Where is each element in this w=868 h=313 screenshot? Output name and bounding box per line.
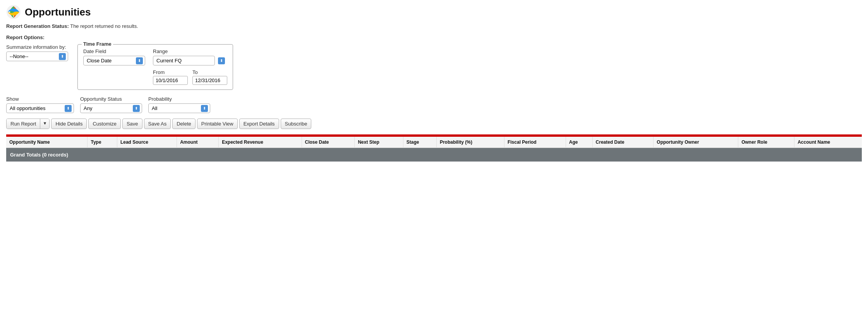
range-col: Range Current FQ Current FY Last FQ Cust… xyxy=(153,48,227,85)
report-options-label: Report Options: xyxy=(6,34,862,40)
customize-button[interactable]: Customize xyxy=(88,119,120,129)
run-report-label[interactable]: Run Report xyxy=(7,119,40,129)
col-age: Age xyxy=(566,136,592,148)
printable-view-button[interactable]: Printable View xyxy=(197,119,238,129)
col-type: Type xyxy=(87,136,117,148)
report-status-message: The report returned no results. xyxy=(70,23,138,29)
from-input[interactable] xyxy=(153,76,188,85)
show-select-wrapper: All opportunities My opportunities My te… xyxy=(6,103,74,113)
subscribe-button[interactable]: Subscribe xyxy=(281,119,312,129)
show-label: Show xyxy=(6,96,74,102)
save-as-button[interactable]: Save As xyxy=(144,119,171,129)
table-body: Grand Totals (0 records) xyxy=(6,148,862,162)
from-label: From xyxy=(153,69,188,75)
show-filter-group: Show All opportunities My opportunities … xyxy=(6,96,74,113)
summarize-section: Summarize information by: --None-- Oppor… xyxy=(6,44,68,61)
range-select[interactable]: Current FQ Current FY Last FQ Custom xyxy=(153,56,215,65)
status-filter-group: Opportunity Status Any Open Closed Won C… xyxy=(80,96,142,113)
save-button[interactable]: Save xyxy=(122,119,142,129)
probability-select[interactable]: All 0% 10% 20% 30% 40% 50% 60% 70% 80% 9… xyxy=(148,103,210,113)
show-select[interactable]: All opportunities My opportunities My te… xyxy=(6,103,74,113)
app-logo xyxy=(6,5,21,19)
timeframe-legend: Time Frame xyxy=(82,41,113,47)
toolbar: Run Report ▼ Hide Details Customize Save… xyxy=(6,119,862,129)
date-field-select[interactable]: Close Date Created Date Last Modified Da… xyxy=(83,56,145,65)
table-header: Opportunity Name Type Lead Source Amount… xyxy=(6,136,862,148)
col-opportunity-owner: Opportunity Owner xyxy=(654,136,738,148)
col-amount: Amount xyxy=(177,136,219,148)
date-field-select-wrapper: Close Date Created Date Last Modified Da… xyxy=(83,56,145,65)
report-status: Report Generation Status: The report ret… xyxy=(6,23,862,29)
range-label: Range xyxy=(153,48,227,54)
to-input[interactable] xyxy=(192,76,227,85)
col-created-date: Created Date xyxy=(592,136,654,148)
page-title: Opportunities xyxy=(25,6,91,18)
status-label: Opportunity Status xyxy=(80,96,142,102)
timeframe-box: Time Frame Date Field Close Date Created… xyxy=(77,44,233,90)
col-fiscal-period: Fiscal Period xyxy=(504,136,566,148)
from-item: From xyxy=(153,69,188,85)
col-next-step: Next Step xyxy=(355,136,403,148)
date-field-col: Date Field Close Date Created Date Last … xyxy=(83,48,145,65)
run-report-button[interactable]: Run Report ▼ xyxy=(6,119,50,129)
col-close-date: Close Date xyxy=(302,136,355,148)
col-stage: Stage xyxy=(403,136,436,148)
page-wrapper: Opportunities Report Generation Status: … xyxy=(0,0,868,166)
grand-totals-label: Grand Totals (0 records) xyxy=(6,148,862,162)
col-expected-revenue: Expected Revenue xyxy=(219,136,302,148)
filters-row: Show All opportunities My opportunities … xyxy=(6,96,862,113)
table-header-row: Opportunity Name Type Lead Source Amount… xyxy=(6,136,862,148)
range-select-wrapper: Current FQ Current FY Last FQ Custom ⬍ xyxy=(153,56,227,65)
report-status-label: Report Generation Status: xyxy=(6,23,69,29)
date-field-label: Date Field xyxy=(83,48,145,54)
col-lead-source: Lead Source xyxy=(117,136,177,148)
from-to-row: From To xyxy=(153,69,227,85)
results-table: Opportunity Name Type Lead Source Amount… xyxy=(6,136,862,162)
to-item: To xyxy=(192,69,227,85)
results-table-container: Opportunity Name Type Lead Source Amount… xyxy=(6,134,862,162)
probability-select-wrapper: All 0% 10% 20% 30% 40% 50% 60% 70% 80% 9… xyxy=(148,103,210,113)
delete-button[interactable]: Delete xyxy=(172,119,196,129)
run-report-dropdown-icon[interactable]: ▼ xyxy=(40,119,49,129)
col-owner-role: Owner Role xyxy=(738,136,794,148)
to-label: To xyxy=(192,69,227,75)
grand-totals-row: Grand Totals (0 records) xyxy=(6,148,862,162)
export-details-button[interactable]: Export Details xyxy=(239,119,279,129)
col-account-name: Account Name xyxy=(794,136,862,148)
summarize-select[interactable]: --None-- Opportunity Name Type Lead Sour… xyxy=(6,52,68,61)
range-arrow-icon: ⬍ xyxy=(218,57,225,64)
options-row: Summarize information by: --None-- Oppor… xyxy=(6,44,862,90)
timeframe-inner: Date Field Close Date Created Date Last … xyxy=(83,48,227,85)
summarize-label: Summarize information by: xyxy=(6,44,68,50)
page-header: Opportunities xyxy=(6,5,862,19)
status-select-wrapper: Any Open Closed Won Closed Lost ⬍ xyxy=(80,103,142,113)
hide-details-button[interactable]: Hide Details xyxy=(51,119,87,129)
status-select[interactable]: Any Open Closed Won Closed Lost xyxy=(80,103,142,113)
probability-label: Probability xyxy=(148,96,210,102)
col-probability: Probability (%) xyxy=(436,136,504,148)
col-opportunity-name: Opportunity Name xyxy=(6,136,87,148)
summarize-select-wrapper: --None-- Opportunity Name Type Lead Sour… xyxy=(6,52,68,61)
probability-filter-group: Probability All 0% 10% 20% 30% 40% 50% 6… xyxy=(148,96,210,113)
